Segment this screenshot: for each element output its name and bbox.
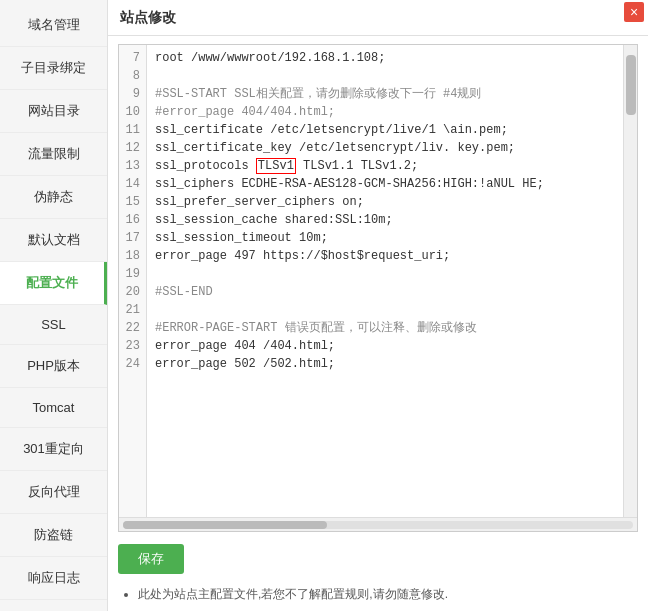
sidebar-item-11[interactable]: 反向代理 bbox=[0, 471, 107, 514]
scrollbar-track bbox=[123, 521, 633, 529]
code-line-12: ssl_certificate_key /etc/letsencrypt/liv… bbox=[155, 139, 615, 157]
code-line-13: ssl_protocols TLSv1 TLSv1.1 TLSv1.2; bbox=[155, 157, 615, 175]
main-container: 域名管理子目录绑定网站目录流量限制伪静态默认文档配置文件SSLPHP版本Tomc… bbox=[0, 0, 648, 611]
buttons-area: 保存 bbox=[108, 536, 648, 582]
line-number-23: 23 bbox=[125, 337, 140, 355]
sidebar-item-5[interactable]: 默认文档 bbox=[0, 219, 107, 262]
line-number-8: 8 bbox=[125, 67, 140, 85]
code-line-23: error_page 404 /404.html; bbox=[155, 337, 615, 355]
sidebar-item-12[interactable]: 防盗链 bbox=[0, 514, 107, 557]
line-number-18: 18 bbox=[125, 247, 140, 265]
code-line-18: error_page 497 https://$host$request_uri… bbox=[155, 247, 615, 265]
close-button[interactable]: × bbox=[624, 2, 644, 22]
line-number-9: 9 bbox=[125, 85, 140, 103]
line-number-15: 15 bbox=[125, 193, 140, 211]
code-editor: 789101112131415161718192021222324 root /… bbox=[118, 44, 638, 532]
main-content: 站点修改 789101112131415161718192021222324 r… bbox=[108, 0, 648, 611]
sidebar-item-3[interactable]: 流量限制 bbox=[0, 133, 107, 176]
line-number-22: 22 bbox=[125, 319, 140, 337]
code-line-16: ssl_session_cache shared:SSL:10m; bbox=[155, 211, 615, 229]
code-line-8 bbox=[155, 67, 615, 85]
sidebar: 域名管理子目录绑定网站目录流量限制伪静态默认文档配置文件SSLPHP版本Tomc… bbox=[0, 0, 108, 611]
top-bar: 站点修改 bbox=[108, 0, 648, 36]
code-line-22: #ERROR-PAGE-START 错误页配置，可以注释、删除或修改 bbox=[155, 319, 615, 337]
code-line-19 bbox=[155, 265, 615, 283]
line-number-17: 17 bbox=[125, 229, 140, 247]
code-line-15: ssl_prefer_server_ciphers on; bbox=[155, 193, 615, 211]
code-line-9: #SSL-START SSL相关配置，请勿删除或修改下一行 #4规则 bbox=[155, 85, 615, 103]
code-line-20: #SSL-END bbox=[155, 283, 615, 301]
horizontal-scrollbar[interactable] bbox=[119, 517, 637, 531]
scrollbar-thumb[interactable] bbox=[626, 55, 636, 115]
code-area[interactable]: 789101112131415161718192021222324 root /… bbox=[119, 45, 637, 517]
code-line-7: root /www/wwwroot/192.168.1.108; bbox=[155, 49, 615, 67]
code-line-24: error_page 502 /502.html; bbox=[155, 355, 615, 373]
line-numbers: 789101112131415161718192021222324 bbox=[119, 45, 147, 517]
sidebar-item-7[interactable]: SSL bbox=[0, 305, 107, 345]
line-number-14: 14 bbox=[125, 175, 140, 193]
line-number-20: 20 bbox=[125, 283, 140, 301]
sidebar-item-2[interactable]: 网站目录 bbox=[0, 90, 107, 133]
line-number-16: 16 bbox=[125, 211, 140, 229]
sidebar-item-6[interactable]: 配置文件 bbox=[0, 262, 107, 305]
code-line-21 bbox=[155, 301, 615, 319]
scrollbar-thumb-h[interactable] bbox=[123, 521, 327, 529]
vertical-scrollbar[interactable] bbox=[623, 45, 637, 517]
sidebar-item-10[interactable]: 301重定向 bbox=[0, 428, 107, 471]
save-button[interactable]: 保存 bbox=[118, 544, 184, 574]
line-number-10: 10 bbox=[125, 103, 140, 121]
sidebar-item-13[interactable]: 响应日志 bbox=[0, 557, 107, 600]
line-number-13: 13 bbox=[125, 157, 140, 175]
sidebar-item-9[interactable]: Tomcat bbox=[0, 388, 107, 428]
sidebar-item-4[interactable]: 伪静态 bbox=[0, 176, 107, 219]
line-number-21: 21 bbox=[125, 301, 140, 319]
line-number-7: 7 bbox=[125, 49, 140, 67]
notice-text: 此处为站点主配置文件,若您不了解配置规则,请勿随意修改. bbox=[138, 587, 448, 601]
line-number-19: 19 bbox=[125, 265, 140, 283]
line-number-11: 11 bbox=[125, 121, 140, 139]
notice-area: 此处为站点主配置文件,若您不了解配置规则,请勿随意修改. bbox=[108, 582, 648, 611]
page-title: 站点修改 bbox=[120, 9, 176, 27]
sidebar-item-0[interactable]: 域名管理 bbox=[0, 4, 107, 47]
code-content: root /www/wwwroot/192.168.1.108; #SSL-ST… bbox=[147, 45, 623, 517]
tls-highlight: TLSv1 bbox=[256, 158, 296, 174]
line-number-12: 12 bbox=[125, 139, 140, 157]
line-number-24: 24 bbox=[125, 355, 140, 373]
sidebar-item-1[interactable]: 子目录绑定 bbox=[0, 47, 107, 90]
code-line-17: ssl_session_timeout 10m; bbox=[155, 229, 615, 247]
code-line-11: ssl_certificate /etc/letsencrypt/live/1 … bbox=[155, 121, 615, 139]
sidebar-item-8[interactable]: PHP版本 bbox=[0, 345, 107, 388]
code-line-10: #error_page 404/404.html; bbox=[155, 103, 615, 121]
code-line-14: ssl_ciphers ECDHE-RSA-AES128-GCM-SHA256:… bbox=[155, 175, 615, 193]
